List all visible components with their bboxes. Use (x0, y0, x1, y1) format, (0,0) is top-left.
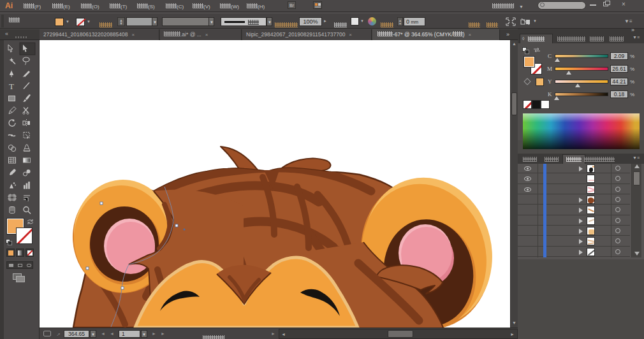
svg-text:T: T (9, 82, 14, 91)
